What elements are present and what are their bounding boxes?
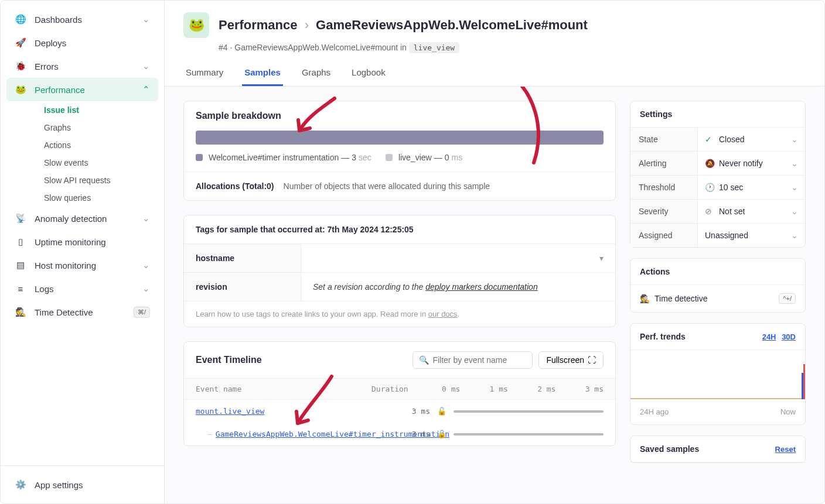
tab-graphs[interactable]: Graphs — [299, 60, 333, 86]
chevron-down-icon: ⌄ — [791, 231, 798, 240]
rocket-icon: 🚀 — [15, 37, 26, 49]
frog-icon: 🐸 — [15, 84, 26, 95]
tag-key: hostname — [184, 244, 301, 272]
nav-anomaly[interactable]: 📡 Anomaly detection ⌄ — [6, 207, 158, 230]
fullscreen-icon: ⛶ — [588, 355, 596, 365]
perf-trends-panel: Perf. trends 24H 30D 24H ago Now — [630, 323, 806, 425]
clock-icon: 🕐 — [705, 183, 714, 192]
subnav-actions[interactable]: Actions — [36, 136, 158, 154]
tab-summary[interactable]: Summary — [183, 60, 226, 86]
event-duration: 3 ms — [371, 407, 430, 416]
time-detective-action[interactable]: 🕵️ Time detective — [640, 294, 708, 303]
nav-label: Host monitoring — [35, 260, 96, 270]
nav-performance[interactable]: 🐸 Performance ⌃ — [6, 78, 158, 101]
setting-assigned[interactable]: Assigned Unassigned⌄ — [630, 224, 805, 247]
filter-input[interactable] — [432, 355, 526, 365]
lock-icon[interactable]: 🔓 — [430, 430, 454, 438]
tab-samples[interactable]: Samples — [242, 60, 283, 86]
docs-link[interactable]: our docs — [428, 310, 458, 318]
nav-label: Anomaly detection — [35, 214, 107, 224]
legend-swatch — [196, 154, 203, 161]
settings-panel: Settings State ✓Closed⌄ Alerting 🔕Never … — [630, 101, 806, 248]
trends-24h-link[interactable]: 24H — [762, 332, 776, 341]
nav-label: App settings — [35, 480, 83, 490]
event-link[interactable]: GameReviewsAppWeb.WelcomeLive#timer_inst… — [216, 430, 362, 438]
event-link[interactable]: mount.live_view — [196, 407, 264, 416]
breakdown-legend: WelcomeLive#timer instrumentation — 3 se… — [184, 153, 615, 172]
panel-title: Perf. trends — [640, 332, 686, 341]
panel-title: Event Timeline — [196, 355, 262, 365]
bell-off-icon: 🔕 — [705, 159, 714, 168]
globe-icon: 🌐 — [15, 13, 26, 25]
breadcrumb-root[interactable]: Performance — [219, 18, 298, 32]
none-icon: ⊘ — [705, 207, 714, 216]
nav-app-settings[interactable]: ⚙️ App settings — [6, 473, 158, 496]
nav-label: Logs — [35, 284, 54, 294]
saved-samples-panel: Saved samples Reset — [630, 436, 806, 463]
setting-threshold[interactable]: Threshold 🕐10 sec⌄ — [630, 176, 805, 200]
setting-state[interactable]: State ✓Closed⌄ — [630, 128, 805, 152]
setting-severity[interactable]: Severity ⊘Not set⌄ — [630, 200, 805, 224]
trend-chart — [630, 357, 805, 404]
breadcrumb-separator: › — [305, 18, 309, 32]
chevron-down-icon: ⌄ — [791, 183, 798, 192]
chevron-down-icon: ⌄ — [142, 260, 150, 270]
chevron-down-icon: ⌄ — [142, 61, 150, 71]
chevron-down-icon: ⌄ — [142, 213, 150, 224]
breadcrumb: Performance › GameReviewsAppWeb.WelcomeL… — [219, 18, 588, 33]
breadcrumb-page: GameReviewsAppWeb.WelcomeLive#mount — [316, 18, 588, 32]
trend-foot-right: Now — [780, 407, 796, 416]
allocations-desc: Number of objects that were allocated du… — [284, 181, 490, 191]
lock-icon[interactable]: 🔓 — [430, 407, 454, 416]
legend-item: WelcomeLive#timer instrumentation — 3 se… — [196, 153, 371, 162]
nav-dashboards[interactable]: 🌐 Dashboards ⌄ — [6, 8, 158, 31]
nav-time-detective[interactable]: 🕵️ Time Detective ⌘/ — [6, 300, 158, 324]
filter-icon[interactable]: ▾ — [599, 253, 604, 263]
subnav-slow-events[interactable]: Slow events — [36, 154, 158, 172]
nav-errors[interactable]: 🐞 Errors ⌄ — [6, 54, 158, 78]
detective-icon: 🕵️ — [640, 294, 650, 303]
bug-icon: 🐞 — [15, 60, 26, 72]
tag-row-hostname: hostname ▾ — [184, 244, 615, 273]
tag-key: revision — [184, 273, 301, 301]
nav-logs[interactable]: ≡ Logs ⌄ — [6, 277, 158, 300]
nav-label: Time Detective — [35, 307, 93, 317]
nav-label: Errors — [35, 61, 59, 71]
nav-deploys[interactable]: 🚀 Deploys — [6, 31, 158, 54]
subnav-slow-api[interactable]: Slow API requests — [36, 172, 158, 189]
nav-host[interactable]: ▤ Host monitoring ⌄ — [6, 253, 158, 277]
subnav-issue-list[interactable]: Issue list — [36, 101, 158, 119]
deploy-markers-link[interactable]: deploy markers documentation — [425, 282, 537, 292]
trends-30d-link[interactable]: 30D — [782, 332, 796, 341]
page-header: 🐸 Performance › GameReviewsAppWeb.Welcom… — [165, 1, 824, 87]
col-event-name: Event name — [196, 385, 371, 393]
allocations-row: Allocations (Total:0) Number of objects … — [184, 172, 615, 200]
kbd-shortcut: ⌘/ — [134, 307, 150, 318]
reset-link[interactable]: Reset — [775, 445, 796, 454]
panel-title: Sample breakdown — [184, 101, 615, 131]
setting-alerting[interactable]: Alerting 🔕Never notify⌄ — [630, 152, 805, 176]
timeline-row: mount.live_view 3 ms 🔓 — [184, 400, 615, 423]
chevron-down-icon: ⌄ — [142, 14, 150, 25]
tab-logbook[interactable]: Logbook — [349, 60, 388, 86]
panel-title: Actions — [630, 259, 805, 285]
event-duration: 3 ms — [371, 430, 430, 438]
filter-input-wrap[interactable]: 🔍 — [412, 351, 533, 369]
timeline-row: —GameReviewsAppWeb.WelcomeLive#timer_ins… — [184, 423, 615, 445]
subnav-slow-queries[interactable]: Slow queries — [36, 189, 158, 207]
subnav-graphs[interactable]: Graphs — [36, 119, 158, 136]
chevron-down-icon: ⌄ — [791, 207, 798, 216]
monitor-icon: ▯ — [15, 236, 26, 248]
kbd-shortcut: ^+/ — [779, 293, 796, 304]
breakdown-bar — [196, 131, 604, 145]
panel-title: Settings — [630, 101, 805, 128]
event-bar — [454, 410, 604, 413]
legend-swatch — [386, 154, 393, 161]
nav-uptime[interactable]: ▯ Uptime monitoring — [6, 230, 158, 253]
fullscreen-button[interactable]: Fullscreen ⛶ — [538, 351, 604, 369]
nav-label: Dashboards — [35, 15, 82, 25]
sidebar: 🌐 Dashboards ⌄ 🚀 Deploys 🐞 Errors ⌄ 🐸 Pe… — [1, 1, 165, 503]
chevron-down-icon: ⌄ — [142, 283, 150, 294]
event-timeline-panel: Event Timeline 🔍 Fullscreen ⛶ — [183, 341, 616, 446]
nav-label: Performance — [35, 85, 85, 95]
